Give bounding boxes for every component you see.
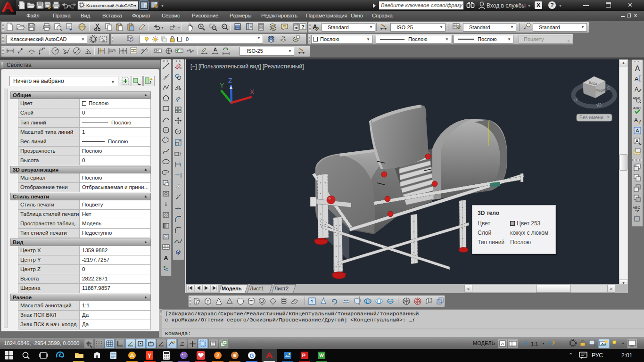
svg-text:A: A	[164, 255, 168, 262]
svg-text:A: A	[558, 340, 562, 347]
svg-text:Y: Y	[148, 353, 151, 359]
svg-text:Z: Z	[228, 77, 232, 84]
svg-text:G: G	[249, 353, 254, 359]
svg-text:A: A	[635, 75, 639, 82]
svg-text:A: A	[635, 86, 639, 93]
svg-text:A: A	[214, 47, 217, 52]
svg-text:A: A	[636, 139, 639, 144]
svg-text:A: A	[635, 65, 640, 73]
svg-text:A: A	[547, 340, 552, 347]
svg-text:Y: Y	[220, 82, 224, 89]
svg-text:A: A	[634, 117, 638, 123]
svg-text:X: X	[250, 88, 255, 96]
svg-text:?: ?	[301, 24, 305, 30]
svg-text:ABC: ABC	[633, 206, 640, 210]
svg-text:Перед: Перед	[595, 87, 607, 93]
svg-text:2: 2	[216, 353, 219, 358]
svg-text:A: A	[523, 340, 528, 347]
svg-text:A: A	[636, 128, 639, 133]
svg-text:ABC: ABC	[633, 106, 641, 110]
svg-text:W: W	[319, 353, 324, 358]
svg-text:Без имени: Без имени	[579, 115, 603, 120]
